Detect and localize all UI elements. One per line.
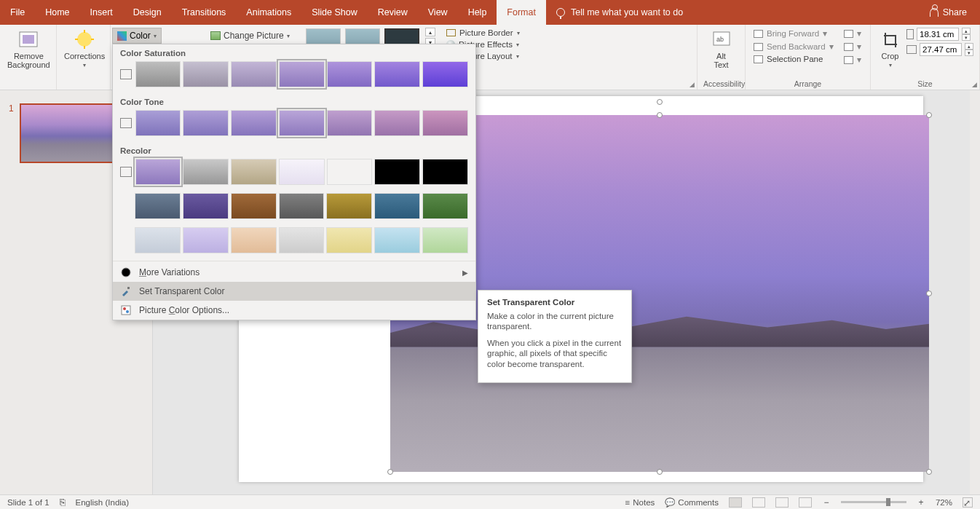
- color-thumb[interactable]: [326, 227, 372, 253]
- zoom-out-button[interactable]: −: [822, 497, 831, 508]
- zoom-slider[interactable]: [841, 501, 906, 503]
- send-backward-button[interactable]: Send Backward▾: [751, 41, 836, 52]
- notes-button[interactable]: ≡Notes: [625, 498, 655, 507]
- align-button[interactable]: ▾: [842, 28, 864, 39]
- slideshow-view-button[interactable]: [799, 497, 812, 508]
- color-thumb[interactable]: [279, 110, 325, 136]
- color-thumb[interactable]: [183, 110, 229, 136]
- tab-design[interactable]: Design: [123, 0, 172, 25]
- tab-slideshow[interactable]: Slide Show: [301, 0, 368, 25]
- color-thumb[interactable]: [422, 110, 468, 136]
- corrections-button[interactable]: Corrections▾: [63, 28, 106, 71]
- group-size: Crop▾ ▴▾ ▴▾ Size ◢: [871, 25, 980, 90]
- tab-file[interactable]: File: [0, 0, 35, 25]
- color-thumb[interactable]: [135, 227, 181, 253]
- sorter-view-button[interactable]: [752, 497, 765, 508]
- color-thumb[interactable]: [422, 61, 468, 87]
- color-thumb[interactable]: [279, 193, 325, 219]
- color-thumb[interactable]: [135, 159, 181, 185]
- bring-forward-button[interactable]: Bring Forward▾: [751, 28, 836, 39]
- color-thumb[interactable]: [183, 227, 229, 253]
- color-thumb[interactable]: [231, 159, 277, 185]
- color-thumb[interactable]: [374, 227, 420, 253]
- selection-pane-button[interactable]: Selection Pane: [751, 54, 836, 64]
- normal-view-button[interactable]: [729, 497, 742, 508]
- tab-format[interactable]: Format: [497, 0, 546, 25]
- color-thumb[interactable]: [422, 193, 468, 219]
- rotate-handle[interactable]: [657, 99, 663, 105]
- color-thumb[interactable]: [279, 61, 325, 87]
- color-thumb[interactable]: [422, 159, 468, 185]
- resize-handle[interactable]: [926, 112, 932, 118]
- resize-handle[interactable]: [657, 112, 663, 118]
- color-thumb[interactable]: [279, 159, 325, 185]
- color-thumb[interactable]: [374, 110, 420, 136]
- color-thumb[interactable]: [327, 159, 373, 185]
- language-indicator[interactable]: English (India): [76, 498, 130, 507]
- group-button[interactable]: ▾: [842, 41, 864, 52]
- bring-forward-icon: [754, 30, 763, 38]
- spin-up-icon[interactable]: ▴: [962, 28, 971, 34]
- more-variations-item[interactable]: More Variations ▶: [113, 263, 475, 282]
- width-input[interactable]: [920, 43, 962, 56]
- tab-review[interactable]: Review: [368, 0, 418, 25]
- color-thumb[interactable]: [374, 159, 420, 185]
- resize-handle[interactable]: [657, 469, 663, 475]
- fit-to-window-button[interactable]: ⤢: [963, 497, 973, 508]
- dialog-launcher-icon[interactable]: ◢: [972, 81, 977, 88]
- color-dropdown-button[interactable]: Color ▾: [112, 28, 162, 44]
- picture-border-button[interactable]: Picture Border▾: [444, 28, 522, 38]
- height-input[interactable]: [917, 28, 959, 41]
- tab-animations[interactable]: Animations: [236, 0, 301, 25]
- resize-handle[interactable]: [387, 469, 393, 475]
- change-picture-button[interactable]: Change Picture ▾: [206, 28, 294, 44]
- group-accessibility: ab Alt Text Accessibility: [698, 25, 746, 90]
- spin-up-icon[interactable]: ▴: [965, 43, 973, 50]
- color-thumb[interactable]: [135, 193, 181, 219]
- dialog-launcher-icon[interactable]: ◢: [689, 81, 695, 88]
- tab-home[interactable]: Home: [35, 0, 79, 25]
- alt-text-button[interactable]: ab Alt Text: [703, 28, 739, 71]
- caret-icon: ▾: [83, 63, 86, 69]
- zoom-in-button[interactable]: +: [917, 497, 925, 508]
- picture-color-options-item[interactable]: Picture Color Options...: [113, 301, 475, 320]
- gallery-up-icon[interactable]: ▴: [425, 28, 435, 36]
- rotate-button[interactable]: ▾: [842, 54, 864, 66]
- color-thumb[interactable]: [231, 110, 277, 136]
- color-thumb[interactable]: [422, 227, 468, 253]
- group-icon: [844, 43, 853, 51]
- color-thumb[interactable]: [326, 193, 372, 219]
- comments-button[interactable]: 💬Comments: [665, 497, 719, 508]
- group-remove-bg: Remove Background: [0, 25, 57, 90]
- color-thumb[interactable]: [327, 110, 373, 136]
- color-thumb[interactable]: [374, 61, 420, 87]
- color-thumb[interactable]: [279, 227, 325, 253]
- vertical-scrollbar[interactable]: [970, 90, 980, 494]
- tab-insert[interactable]: Insert: [80, 0, 123, 25]
- spin-down-icon[interactable]: ▾: [962, 34, 971, 41]
- color-thumb[interactable]: [374, 193, 420, 219]
- tell-me-search[interactable]: Tell me what you want to do: [546, 0, 693, 25]
- tab-view[interactable]: View: [418, 0, 458, 25]
- tab-transitions[interactable]: Transitions: [172, 0, 237, 25]
- color-thumb[interactable]: [183, 193, 229, 219]
- color-thumb[interactable]: [231, 193, 277, 219]
- spin-down-icon[interactable]: ▾: [965, 50, 973, 56]
- color-thumb[interactable]: [327, 61, 373, 87]
- color-thumb[interactable]: [183, 159, 229, 185]
- share-button[interactable]: Share: [917, 0, 980, 25]
- spellcheck-icon[interactable]: ⎘: [60, 497, 66, 508]
- tab-help[interactable]: Help: [458, 0, 497, 25]
- crop-button[interactable]: Crop▾: [877, 28, 904, 71]
- resize-handle[interactable]: [926, 291, 932, 296]
- color-thumb[interactable]: [231, 61, 277, 87]
- color-thumb[interactable]: [231, 227, 277, 253]
- remove-background-button[interactable]: Remove Background: [6, 28, 52, 71]
- color-thumb[interactable]: [135, 61, 181, 87]
- color-thumb[interactable]: [183, 61, 229, 87]
- set-transparent-color-item[interactable]: Set Transparent Color: [113, 282, 475, 301]
- color-thumb[interactable]: [135, 110, 181, 136]
- resize-handle[interactable]: [926, 469, 932, 475]
- reading-view-button[interactable]: [775, 497, 789, 508]
- zoom-handle[interactable]: [886, 498, 890, 506]
